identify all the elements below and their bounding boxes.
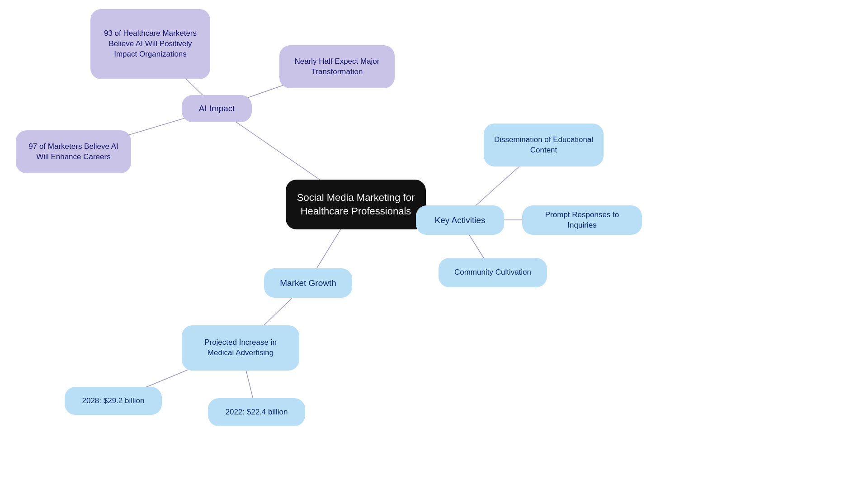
ai-impact-label: AI Impact xyxy=(198,103,235,114)
projected-increase-node: Projected Increase in Medical Advertisin… xyxy=(182,325,299,371)
projected-increase-label: Projected Increase in Medical Advertisin… xyxy=(192,338,289,358)
ai-belief-label: 93 of Healthcare Marketers Believe AI Wi… xyxy=(100,29,200,60)
educational-content-node: Dissemination of Educational Content xyxy=(484,124,604,167)
key-activities-label: Key Activities xyxy=(435,214,486,226)
enhance-careers-node: 97 of Marketers Believe AI Will Enhance … xyxy=(16,130,131,173)
key-activities-node: Key Activities xyxy=(416,205,504,235)
half-expect-node: Nearly Half Expect Major Transformation xyxy=(279,45,395,88)
year-2028-label: 2028: $29.2 billion xyxy=(82,396,144,406)
prompt-responses-node: Prompt Responses to Inquiries xyxy=(522,205,642,235)
ai-belief-node: 93 of Healthcare Marketers Believe AI Wi… xyxy=(90,9,210,79)
half-expect-label: Nearly Half Expect Major Transformation xyxy=(289,57,385,77)
center-label: Social Media Marketing for Healthcare Pr… xyxy=(296,191,416,218)
year-2022-node: 2022: $22.4 billion xyxy=(208,398,305,426)
market-growth-label: Market Growth xyxy=(280,277,336,289)
year-2022-label: 2022: $22.4 billion xyxy=(225,407,288,418)
enhance-careers-label: 97 of Marketers Believe AI Will Enhance … xyxy=(26,142,121,162)
ai-impact-node: AI Impact xyxy=(182,95,252,122)
year-2028-node: 2028: $29.2 billion xyxy=(65,387,162,415)
community-cultivation-node: Community Cultivation xyxy=(439,258,547,287)
center-node: Social Media Marketing for Healthcare Pr… xyxy=(286,180,426,229)
educational-content-label: Dissemination of Educational Content xyxy=(494,135,594,156)
market-growth-node: Market Growth xyxy=(264,268,352,298)
community-cultivation-label: Community Cultivation xyxy=(454,267,531,278)
prompt-responses-label: Prompt Responses to Inquiries xyxy=(532,210,632,231)
